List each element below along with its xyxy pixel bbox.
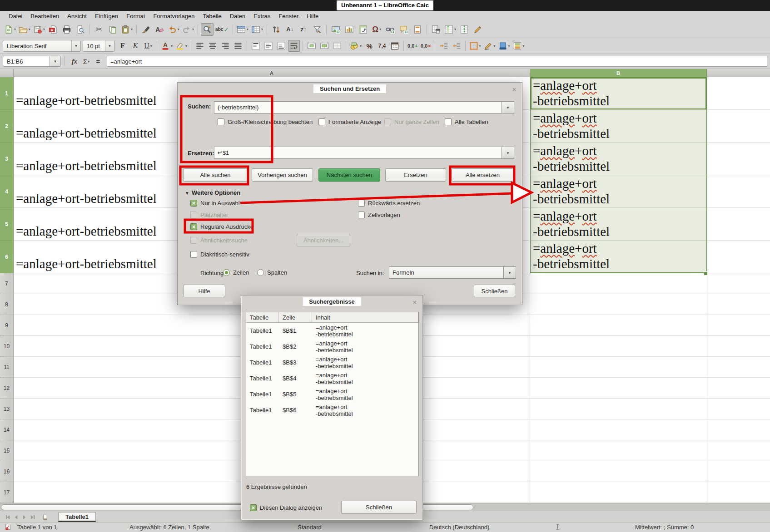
menu-formatvorlagen[interactable]: Formatvorlagen: [149, 12, 199, 20]
alle-suchen-button[interactable]: Alle suchen: [183, 168, 248, 182]
option-formatierte-anzeige[interactable]: Formatierte Anzeige: [318, 118, 381, 125]
add-decimal-button[interactable]: 0,0+: [407, 40, 419, 52]
row-header-4[interactable]: 4: [0, 175, 14, 208]
dropdown-arrow-icon[interactable]: ▾: [247, 27, 248, 31]
cell-b1[interactable]: =anlage+ort-betriebsmittel: [530, 77, 707, 110]
help-button[interactable]: Hilfe: [183, 285, 225, 297]
row-header-17[interactable]: 17: [0, 482, 14, 503]
dropdown-arrow-icon[interactable]: ▾: [508, 44, 510, 48]
wrap-text-button[interactable]: [288, 40, 300, 52]
cell-b12[interactable]: [530, 378, 707, 399]
copy-button[interactable]: [106, 23, 119, 36]
insert-pivot-table-button[interactable]: [357, 23, 369, 36]
cell-next-5[interactable]: [707, 208, 770, 241]
insert-image-button[interactable]: [329, 23, 342, 36]
result-row-b3[interactable]: Tabelle1$B$3=anlage+ort-betriebsmittel: [246, 355, 418, 370]
row-header-10[interactable]: 10: [0, 336, 14, 357]
replace-dropdown-button[interactable]: ▾: [502, 147, 514, 159]
cell-next-8[interactable]: [707, 294, 770, 315]
cell-b15[interactable]: [530, 440, 707, 461]
option-alle-tabellen[interactable]: Alle Tabellen: [445, 118, 488, 125]
align-bottom-button[interactable]: [275, 40, 287, 52]
column-header-next[interactable]: [707, 69, 770, 77]
menu-ansicht[interactable]: Ansicht: [63, 12, 91, 20]
row-header-8[interactable]: 8: [0, 294, 14, 315]
result-row-b5[interactable]: Tabelle1$B$5=anlage+ort-betriebsmittel: [246, 386, 418, 402]
border-style-button[interactable]: ▾: [483, 40, 497, 52]
merge-cells-button[interactable]: [318, 40, 330, 52]
dropdown-arrow-icon[interactable]: ▾: [43, 27, 45, 31]
function-wizard-button[interactable]: fx: [69, 55, 80, 67]
row-header-6[interactable]: 6: [0, 241, 14, 273]
insert-sheet-icon[interactable]: [41, 513, 49, 521]
cell-next-6[interactable]: [707, 241, 770, 273]
dropdown-arrow-icon[interactable]: ▾: [185, 44, 187, 48]
center-vertically-button[interactable]: [263, 40, 274, 52]
merge-center-button[interactable]: [306, 40, 318, 52]
dropdown-arrow-icon[interactable]: ▾: [494, 44, 496, 48]
option-reguläre-ausdrücke[interactable]: ×Reguläre Ausdrücke: [190, 223, 253, 230]
headers-footers-button[interactable]: [411, 23, 424, 36]
undo-button[interactable]: ▾: [167, 23, 180, 36]
name-box[interactable]: B1:B6: [3, 56, 50, 67]
menu-einfügen[interactable]: Einfügen: [91, 12, 122, 20]
document-modified-icon[interactable]: [5, 523, 11, 532]
column-header-a[interactable]: A: [14, 69, 530, 77]
row-header-15[interactable]: 15: [0, 440, 14, 461]
cell-b11[interactable]: [530, 357, 707, 378]
replace-input[interactable]: ↵$1: [214, 147, 502, 159]
search-dropdown-button[interactable]: ▾: [502, 101, 514, 113]
save-button[interactable]: ▾: [32, 23, 46, 36]
dropdown-arrow-icon[interactable]: ▾: [14, 27, 16, 31]
menu-extras[interactable]: Extras: [249, 12, 274, 20]
result-row-b6[interactable]: Tabelle1$B$6=anlage+ort-betriebsmittel: [246, 402, 418, 418]
cell-b14[interactable]: [530, 419, 707, 440]
direction-radio-spalten[interactable]: Spalten: [257, 269, 287, 276]
formula-button[interactable]: =: [92, 55, 104, 67]
cell-next-9[interactable]: [707, 315, 770, 336]
direction-radio-zeilen[interactable]: Zeilen: [223, 269, 249, 276]
open-button[interactable]: ▾: [18, 23, 31, 36]
align-left-button[interactable]: [194, 40, 206, 52]
cell-next-16[interactable]: [707, 461, 770, 482]
cell-next-7[interactable]: [707, 273, 770, 294]
show-dialog-checkbox[interactable]: × Diesen Dialog anzeigen: [250, 504, 322, 511]
menu-tabelle[interactable]: Tabelle: [199, 12, 225, 20]
first-sheet-icon[interactable]: [4, 513, 12, 521]
close-button[interactable]: Schließen: [474, 285, 515, 297]
results-column-tabelle[interactable]: Tabelle: [246, 312, 279, 322]
background-color-button[interactable]: ▾: [497, 40, 511, 52]
insert-comment-button[interactable]: [397, 23, 410, 36]
language[interactable]: Deutsch (Deutschland): [429, 524, 489, 531]
row-header-13[interactable]: 13: [0, 399, 14, 419]
cell-b16[interactable]: [530, 461, 707, 482]
underline-button[interactable]: U▾: [142, 40, 154, 52]
row-header-14[interactable]: 14: [0, 419, 14, 440]
bold-button[interactable]: F: [117, 40, 129, 52]
option-zellvorlagen[interactable]: Zellvorlagen: [358, 212, 400, 218]
cell-next-14[interactable]: [707, 419, 770, 440]
cell-b7[interactable]: [530, 273, 707, 294]
name-box-dropdown-button[interactable]: ▾: [50, 56, 61, 67]
row-header-11[interactable]: 11: [0, 357, 14, 378]
cell-next-17[interactable]: [707, 482, 770, 503]
align-center-button[interactable]: [207, 40, 219, 52]
cell-b2[interactable]: =anlage+ort-betriebsmittel: [530, 110, 707, 143]
font-name-select[interactable]: Liberation Serif ▾: [3, 40, 81, 52]
export-pdf-button[interactable]: A: [47, 23, 60, 36]
chevron-down-icon[interactable]: ▾: [105, 40, 114, 51]
menu-fenster[interactable]: Fenster: [274, 12, 303, 20]
dropdown-arrow-icon[interactable]: ▾: [261, 27, 263, 31]
cell-next-15[interactable]: [707, 440, 770, 461]
justified-button[interactable]: [232, 40, 244, 52]
alle-ersetzen-button[interactable]: Alle ersetzen: [452, 168, 514, 182]
dropdown-arrow-icon[interactable]: ▾: [178, 27, 179, 31]
column-header-b[interactable]: B: [530, 69, 707, 77]
close-button[interactable]: Schließen: [341, 501, 417, 514]
number-button[interactable]: 7,4: [376, 40, 388, 52]
delete-decimal-button[interactable]: 0,0×: [420, 40, 432, 52]
cell-b10[interactable]: [530, 336, 707, 357]
row-header-12[interactable]: 12: [0, 378, 14, 399]
dropdown-arrow-icon[interactable]: ▾: [29, 27, 30, 31]
find-replace-button[interactable]: [201, 23, 214, 36]
